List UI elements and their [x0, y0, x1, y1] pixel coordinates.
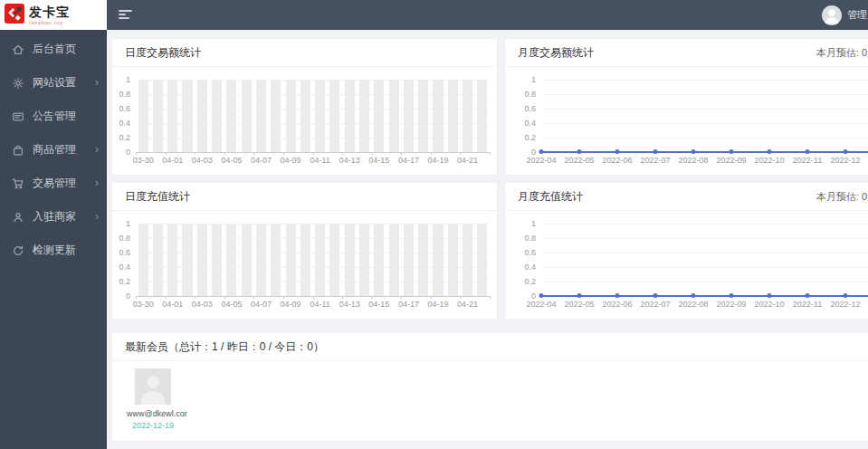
sidebar-item-goods[interactable]: 商品管理 ›: [0, 133, 107, 167]
x-tick-label: 2022-07: [640, 300, 670, 309]
x-tick-label: 04-03: [192, 156, 213, 165]
gridline: [541, 224, 868, 224]
bar-category-shadow: [463, 80, 472, 152]
sidebar-item-dashboard[interactable]: 后台首页: [0, 33, 107, 66]
x-axis-tick: [460, 152, 461, 155]
x-tick-label: 04-07: [251, 300, 272, 309]
x-axis-tick: [283, 152, 284, 155]
x-axis-tick: [460, 296, 461, 299]
x-tick-label: 2022-08: [678, 300, 708, 309]
logo[interactable]: 发卡宝 fakabao.top: [0, 0, 107, 30]
x-axis-tick: [431, 296, 432, 299]
sidebar-item-transactions[interactable]: 交易管理 ›: [0, 167, 107, 200]
bar-category-shadow: [197, 224, 207, 296]
panel-title: 最新会员（总计：1 / 昨日：0 / 今日：0）: [125, 339, 324, 355]
gear-icon: [12, 77, 24, 90]
panel-header: 最新会员（总计：1 / 昨日：0 / 今日：0）: [112, 333, 868, 361]
x-tick-label: 04-09: [281, 300, 301, 309]
menu-toggle-icon[interactable]: [119, 10, 133, 19]
x-axis-labels: 2022-042022-052022-062022-072022-082022-…: [541, 156, 868, 167]
x-tick-label: 2022-06: [602, 300, 632, 309]
home-icon: [12, 43, 24, 56]
y-tick-label: 0.4: [505, 119, 536, 128]
sidebar-menu: 后台首页 网站设置 › 公告管理 商品管理 › 交易管理: [0, 30, 107, 267]
plot-area: [136, 80, 490, 152]
x-tick-label: 2022-11: [793, 156, 822, 165]
x-axis-tick: [166, 296, 167, 299]
user-menu[interactable]: 管理员: [818, 0, 868, 30]
x-tick-label: 2022-05: [564, 156, 594, 165]
member-avatar-icon[interactable]: [135, 368, 171, 405]
x-tick-label: 03-30: [133, 300, 154, 309]
logo-domain: fakabao.top: [29, 20, 70, 25]
x-tick-label: 04-19: [427, 300, 448, 309]
sidebar-item-label: 后台首页: [33, 42, 76, 57]
gridline: [541, 138, 868, 139]
x-axis-tick: [490, 152, 491, 155]
y-tick-label: 0.8: [112, 234, 130, 243]
x-tick-label: 04-17: [398, 156, 419, 165]
bar-category-shadow: [389, 80, 399, 152]
x-tick-label: 2022-06: [602, 156, 632, 165]
gridline: [541, 94, 868, 95]
bar-category-shadow: [226, 224, 236, 296]
y-axis-labels: 00.20.40.60.81: [112, 224, 130, 296]
member-item[interactable]: www@dkewl.cor 2022-12-19: [127, 368, 179, 430]
data-point: [615, 149, 620, 154]
y-tick-label: 0.4: [505, 263, 536, 272]
sidebar-item-label: 网站设置: [33, 75, 76, 91]
data-point: [539, 149, 544, 154]
y-tick-label: 0.8: [505, 90, 536, 99]
data-point: [806, 149, 810, 154]
y-tick-label: 1: [505, 219, 536, 228]
bar-category-shadow: [345, 224, 355, 296]
monthly-estimate: 本月预估: 0元: [816, 46, 868, 60]
chevron-right-icon: ›: [95, 177, 99, 188]
bar-category-shadow: [226, 80, 236, 152]
bar-category-shadow: [315, 80, 325, 152]
sidebar-item-label: 交易管理: [33, 176, 76, 191]
x-tick-label: 2022-10: [754, 300, 784, 309]
member-email[interactable]: www@dkewl.cor: [127, 409, 179, 418]
y-tick-label: 0.6: [505, 248, 536, 257]
data-point: [653, 293, 658, 298]
bar-category-shadow: [138, 80, 148, 152]
panel-header: 月度充值统计 本月预估: 0元: [505, 183, 868, 211]
x-axis-tick: [195, 296, 196, 299]
y-tick-label: 0.8: [112, 90, 130, 99]
bar-category-shadow: [389, 224, 399, 296]
bar-category-shadow: [242, 80, 252, 152]
bar-category-shadow: [242, 224, 252, 296]
data-point: [806, 293, 810, 298]
x-axis-tick: [253, 296, 254, 299]
x-tick-label: 04-03: [192, 300, 213, 309]
y-axis-labels: 00.20.40.60.81: [505, 224, 536, 296]
x-tick-label: 2022-12: [830, 300, 860, 309]
plot-area: [541, 80, 868, 152]
y-tick-label: 0.6: [112, 104, 130, 113]
sidebar-item-site-settings[interactable]: 网站设置 ›: [0, 66, 107, 100]
bar-category-shadow: [315, 224, 325, 296]
sidebar-item-announcements[interactable]: 公告管理: [0, 100, 107, 133]
plot-area: [541, 224, 868, 296]
user-name: 管理员: [847, 8, 868, 22]
sidebar-item-label: 商品管理: [33, 142, 76, 158]
bar-category-shadow: [433, 224, 443, 296]
goods-icon: [12, 144, 24, 157]
bar-category-shadow: [300, 80, 310, 152]
bar-category-shadow: [300, 224, 310, 296]
panel-title: 月度充值统计: [518, 189, 583, 205]
charts-grid: 日度交易额统计 00.20.40.60.81 03-3004-0104-0304…: [111, 38, 868, 320]
x-axis-tick: [342, 296, 343, 299]
x-axis-tick: [313, 152, 314, 155]
sidebar-item-merchants[interactable]: 入驻商家 ›: [0, 200, 107, 234]
y-tick-label: 0.2: [505, 277, 536, 286]
sidebar-item-check-update[interactable]: 检测更新: [0, 234, 107, 267]
x-axis-tick: [401, 296, 402, 299]
gridline: [541, 238, 868, 239]
gridline: [541, 267, 868, 268]
panel-header: 日度交易额统计: [112, 39, 497, 67]
x-tick-label: 04-21: [457, 156, 478, 165]
bar-category-shadow: [433, 80, 443, 152]
data-point: [577, 293, 582, 298]
